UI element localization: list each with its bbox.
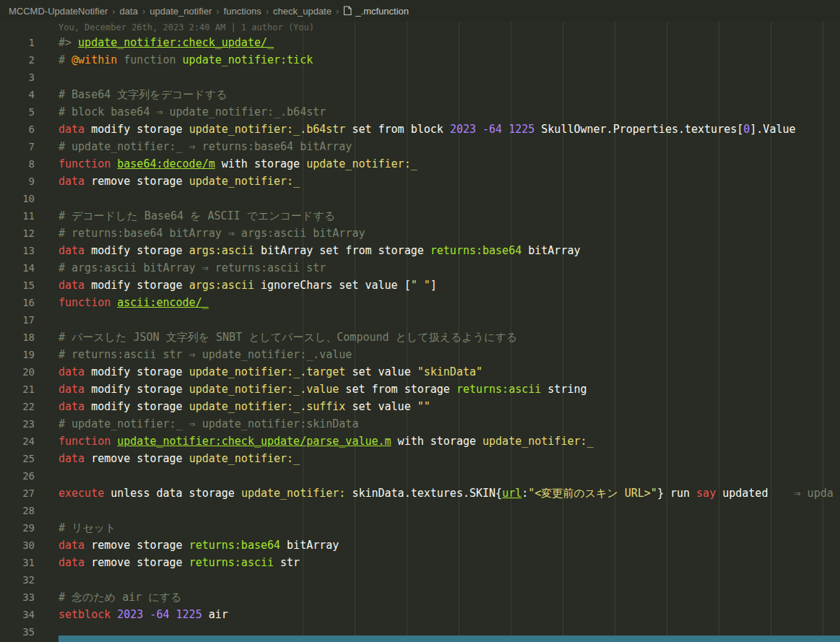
code-line[interactable]: 28 (0, 502, 840, 519)
code-token-cmt: # パースした JSON 文字列を SNBT としてパースし、Compound … (59, 331, 517, 344)
line-number[interactable]: 22 (0, 398, 35, 415)
line-number[interactable]: 29 (0, 519, 35, 537)
breadcrumb-file[interactable]: _.mcfunction (355, 6, 409, 17)
code-line[interactable]: 27execute unless data storage update_not… (0, 485, 840, 502)
line-number[interactable]: 31 (0, 554, 35, 571)
line-content: data remove storage update_notifier:_ (35, 173, 300, 190)
line-number[interactable]: 32 (0, 571, 35, 589)
code-line[interactable]: 4# Base64 文字列をデコードする (0, 86, 840, 103)
code-line[interactable]: 1#> update_notifier:check_update/_ (0, 34, 840, 51)
code-line[interactable]: 31data remove storage returns:ascii str (0, 554, 840, 571)
code-token-cmt: # (59, 53, 72, 66)
line-number[interactable]: 8 (0, 155, 35, 173)
line-number[interactable]: 30 (0, 537, 35, 554)
line-number[interactable]: 2 (0, 51, 35, 69)
line-number[interactable]: 21 (0, 381, 35, 398)
code-token-txt (111, 608, 117, 621)
code-line[interactable]: 20data modify storage update_notifier:_.… (0, 363, 840, 381)
horizontal-scrollbar[interactable] (59, 636, 840, 642)
code-line[interactable]: 2# @within function update_notifier:tick (0, 51, 840, 69)
code-line[interactable]: 24function update_notifier:check_update/… (0, 433, 840, 450)
code-line[interactable]: 32 (0, 571, 840, 589)
code-line[interactable]: 16function ascii:encode/_ (0, 294, 840, 311)
code-line[interactable]: 9data remove storage update_notifier:_ (0, 173, 840, 190)
breadcrumb-item[interactable]: update_notifier (150, 6, 212, 17)
code-line[interactable]: 25data remove storage update_notifier:_ (0, 450, 840, 467)
line-number[interactable]: 4 (0, 86, 35, 103)
code-line[interactable]: 3 (0, 69, 840, 86)
git-blame-annotation[interactable]: You, December 26th, 2023 2:40 AM | 1 aut… (0, 22, 840, 34)
line-number[interactable]: 5 (0, 103, 35, 121)
line-number[interactable]: 23 (0, 415, 35, 433)
line-number[interactable]: 26 (0, 467, 35, 485)
line-number[interactable]: 11 (0, 207, 35, 225)
code-line[interactable]: 23# update_notifier:_ ⇒ update_notifier:… (0, 415, 840, 433)
line-number[interactable]: 3 (0, 69, 35, 86)
code-line[interactable]: 26 (0, 467, 840, 485)
code-token-link[interactable]: update_notifier:check_update/parse_value… (117, 435, 391, 448)
line-number[interactable]: 20 (0, 363, 35, 381)
code-token-cmt: # 念のため air にする (59, 591, 181, 604)
line-number[interactable]: 18 (0, 329, 35, 346)
line-number[interactable]: 17 (0, 311, 35, 329)
code-line[interactable]: 8function base64:decode/m with storage u… (0, 155, 840, 173)
code-line[interactable]: 17 (0, 311, 840, 329)
line-number[interactable]: 15 (0, 277, 35, 294)
line-number[interactable]: 1 (0, 34, 35, 51)
line-number[interactable]: 28 (0, 502, 35, 519)
line-number[interactable]: 13 (0, 242, 35, 259)
code-token-cmt: # returns:ascii str ⇒ update_notifier:_.… (59, 348, 352, 361)
line-number[interactable]: 27 (0, 485, 35, 502)
code-token-num: 2023 -64 1225 (450, 123, 534, 136)
code-line[interactable]: 11# デコードした Base64 を ASCII でエンコードする (0, 207, 840, 225)
line-number[interactable]: 7 (0, 138, 35, 155)
code-token-url[interactable]: url (502, 487, 521, 500)
code-line[interactable]: 7# update_notifier:_ ⇒ returns:base64 bi… (0, 138, 840, 155)
file-icon (343, 6, 352, 16)
code-token-link[interactable]: base64:decode/m (117, 157, 215, 170)
code-line[interactable]: 15data modify storage args:ascii ignoreC… (0, 277, 840, 294)
code-token-cmd: function (59, 296, 111, 309)
code-line[interactable]: 14# args:ascii bitArray ⇒ returns:ascii … (0, 259, 840, 277)
line-number[interactable]: 9 (0, 173, 35, 190)
code-line[interactable]: 10 (0, 190, 840, 207)
line-number[interactable]: 19 (0, 346, 35, 363)
code-line[interactable]: 6data modify storage update_notifier:_.b… (0, 121, 840, 138)
code-line[interactable]: 13data modify storage args:ascii bitArra… (0, 242, 840, 259)
code-line[interactable]: 30data remove storage returns:base64 bit… (0, 537, 840, 554)
line-number[interactable]: 25 (0, 450, 35, 467)
code-line[interactable]: 5# block base64 ⇒ update_notifier:_.b64s… (0, 103, 840, 121)
code-line[interactable]: 34setblock 2023 -64 1225 air (0, 606, 840, 623)
line-number[interactable]: 24 (0, 433, 35, 450)
code-token-link[interactable]: update_notifier:check_update/_ (78, 36, 274, 49)
line-number[interactable]: 10 (0, 190, 35, 207)
breadcrumb-item[interactable]: functions (224, 6, 261, 17)
code-token-cmd: setblock (59, 608, 111, 621)
code-token-txt: modify storage (85, 365, 189, 378)
line-number[interactable]: 12 (0, 225, 35, 242)
code-token-txt: bitArray (521, 244, 580, 257)
line-number[interactable]: 14 (0, 259, 35, 277)
code-area[interactable]: 1#> update_notifier:check_update/_2# @wi… (0, 34, 840, 641)
code-token-cmd: data (59, 123, 85, 136)
code-line[interactable]: 12# returns:base64 bitArray ⇒ args:ascii… (0, 225, 840, 242)
line-number[interactable]: 35 (0, 623, 35, 641)
breadcrumb-item[interactable]: MCCMD-UpdateNotifier (9, 6, 108, 17)
line-number[interactable]: 16 (0, 294, 35, 311)
line-content: # 念のため air にする (35, 589, 181, 606)
breadcrumb-item[interactable]: check_update (273, 6, 332, 17)
chevron-right-icon: › (216, 6, 219, 17)
code-line[interactable]: 18# パースした JSON 文字列を SNBT としてパースし、Compoun… (0, 329, 840, 346)
breadcrumb-item[interactable]: data (120, 6, 138, 17)
code-token-link[interactable]: ascii:encode/_ (117, 296, 208, 309)
code-line[interactable]: 19# returns:ascii str ⇒ update_notifier:… (0, 346, 840, 363)
code-token-txt: modify storage (85, 400, 189, 413)
editor[interactable]: You, December 26th, 2023 2:40 AM | 1 aut… (0, 22, 840, 642)
line-number[interactable]: 6 (0, 121, 35, 138)
line-number[interactable]: 34 (0, 606, 35, 623)
code-line[interactable]: 29# リセット (0, 519, 840, 537)
code-line[interactable]: 21data modify storage update_notifier:_.… (0, 381, 840, 398)
code-line[interactable]: 33# 念のため air にする (0, 589, 840, 606)
code-line[interactable]: 22data modify storage update_notifier:_.… (0, 398, 840, 415)
line-number[interactable]: 33 (0, 589, 35, 606)
